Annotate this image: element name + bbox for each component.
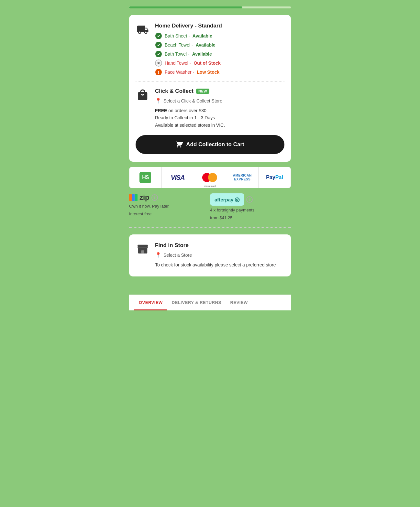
available-icon-bath-towel	[155, 50, 162, 58]
paypal-payment-logo: PayPal	[259, 167, 291, 188]
find-store-label: Select a Store	[163, 253, 192, 258]
add-to-cart-button[interactable]: Add Collection to Cart	[136, 135, 284, 154]
pin-icon: 📍	[155, 98, 161, 104]
collect-info: FREE on orders over $30 Ready to Collect…	[155, 107, 284, 129]
zip-info-icon[interactable]: i	[151, 194, 158, 201]
find-store-select-row[interactable]: 📍 Select a Store	[155, 252, 284, 258]
avail-label-hand-towel: Hand Towel -	[165, 60, 191, 66]
amex-logo: AMERICANEXPRESS	[233, 174, 252, 181]
store-select-row[interactable]: 📍 Select a Click & Collect Store	[155, 98, 284, 104]
afterpay-badge: afterpay ◎	[210, 193, 244, 206]
avail-label-beach-towel: Beach Towel -	[165, 42, 193, 48]
avail-status-beach-towel: Available	[196, 42, 216, 48]
zip-stripe-orange	[129, 194, 132, 201]
availability-item-beach-towel: Beach Towel - Available	[155, 41, 284, 49]
find-store-section: Find in Store 📍 Select a Store To check …	[136, 242, 284, 268]
free-threshold: $30	[199, 108, 206, 113]
ready-time-text: Ready to Collect in	[155, 115, 194, 120]
amex-payment-logo: AMERICANEXPRESS	[226, 167, 259, 188]
store-icon	[136, 242, 150, 256]
store-select-label: Select a Click & Collect Store	[163, 98, 222, 103]
add-to-cart-label: Add Collection to Cart	[186, 141, 244, 148]
availability-item-hand-towel: Hand Towel - Out of Stock	[155, 59, 284, 67]
avail-status-face-washer: Low Stock	[197, 70, 219, 75]
truck-icon	[136, 23, 150, 37]
bnpl-divider	[129, 227, 291, 228]
avail-status-bath-towel: Available	[192, 51, 212, 57]
afterpay-desc1: 4 x fortnightly payments	[210, 207, 254, 213]
paypal-text: PayPal	[266, 175, 283, 180]
stores-note: Available at selected stores in VIC.	[155, 123, 225, 128]
svg-rect-8	[141, 250, 144, 253]
availability-list: Bath Sheet - Available Beach Towel - Ava…	[155, 32, 284, 76]
tab-review[interactable]: REVIEW	[226, 295, 252, 310]
avail-status-hand-towel: Out of Stock	[193, 60, 220, 66]
avail-status-bath-sheet: Available	[193, 33, 212, 38]
avail-label-bath-sheet: Bath Sheet -	[165, 33, 190, 38]
click-collect-section: Click & Collect NEW 📍 Select a Click & C…	[136, 88, 284, 129]
mastercard-payment-logo: mastercard	[194, 167, 227, 188]
avail-label-face-washer: Face Washer -	[165, 70, 194, 75]
available-icon-bath-sheet	[155, 32, 162, 39]
afterpay-info-icon[interactable]: i	[246, 196, 253, 203]
free-text: FREE	[155, 108, 167, 113]
mastercard-label: mastercard	[204, 185, 216, 187]
find-pin-icon: 📍	[155, 252, 161, 258]
low-stock-icon-face-washer: !	[155, 69, 162, 76]
find-store-body: Find in Store 📍 Select a Store To check …	[155, 242, 284, 268]
svg-rect-6	[138, 245, 148, 247]
visa-text: VISA	[171, 174, 185, 181]
click-collect-title: Click & Collect	[155, 88, 193, 94]
delivery-title: Home Delivery - Standard	[155, 23, 284, 29]
ready-time: 1 - 3 Days	[194, 115, 215, 120]
find-in-store-card: Find in Store 📍 Select a Store To check …	[129, 234, 291, 276]
on-orders-text: on orders over	[168, 108, 199, 113]
find-store-title: Find in Store	[155, 242, 284, 249]
zip-section: zip i Own it now. Pay later. Interest fr…	[129, 193, 210, 217]
zip-desc1: Own it now. Pay later.	[129, 203, 210, 210]
bag-icon	[136, 88, 150, 102]
bnpl-section: zip i Own it now. Pay later. Interest fr…	[129, 193, 291, 221]
click-collect-body: Click & Collect NEW 📍 Select a Click & C…	[155, 88, 284, 129]
delivery-card: Home Delivery - Standard Bath Sheet - Av…	[129, 15, 291, 162]
availability-item-face-washer: ! Face Washer - Low Stock	[155, 69, 284, 76]
hs-payment-logo: HS	[129, 167, 162, 188]
avail-label-bath-towel: Bath Towel -	[165, 51, 190, 57]
new-badge: NEW	[196, 89, 209, 94]
zip-icon	[129, 194, 138, 201]
afterpay-desc2: from $41.25	[210, 215, 232, 221]
visa-payment-logo: VISA	[162, 167, 194, 188]
tab-bar: OVERVIEW DELIVERY & RETURNS REVIEW	[129, 295, 291, 310]
delivery-divider	[136, 81, 284, 82]
tab-overview[interactable]: OVERVIEW	[134, 295, 167, 310]
click-collect-header: Click & Collect NEW	[155, 88, 284, 94]
available-icon-beach-towel	[155, 41, 162, 49]
out-of-stock-icon-hand-towel	[155, 59, 162, 67]
paypal-pay: Pay	[266, 175, 275, 180]
afterpay-section: afterpay ◎ i 4 x fortnightly payments fr…	[210, 193, 291, 221]
svg-text:!: !	[158, 70, 159, 75]
zip-text: zip	[139, 193, 149, 202]
availability-item-bath-sheet: Bath Sheet - Available	[155, 32, 284, 39]
afterpay-name: afterpay	[215, 197, 233, 202]
zip-logo: zip i	[129, 193, 210, 202]
payment-methods-row: HS VISA mastercard AMERICANEXPRESS PayPa…	[129, 167, 291, 188]
amex-text: AMERICANEXPRESS	[233, 174, 252, 181]
find-store-desc: To check for stock availability please s…	[155, 261, 284, 268]
availability-item-bath-towel: Bath Towel - Available	[155, 50, 284, 58]
afterpay-symbol: ◎	[235, 196, 240, 203]
hs-logo: HS	[139, 172, 151, 183]
cart-icon	[176, 141, 183, 148]
delivery-section-header: Home Delivery - Standard Bath Sheet - Av…	[136, 23, 284, 76]
zip-stripe-green	[135, 194, 138, 201]
zip-stripe-blue	[132, 194, 135, 201]
paypal-pal: Pal	[275, 175, 283, 180]
zip-desc2: Interest free.	[129, 211, 210, 217]
top-progress-bar	[129, 6, 291, 8]
mastercard-orange-circle	[208, 173, 217, 182]
tab-delivery-returns[interactable]: DELIVERY & RETURNS	[167, 295, 226, 310]
